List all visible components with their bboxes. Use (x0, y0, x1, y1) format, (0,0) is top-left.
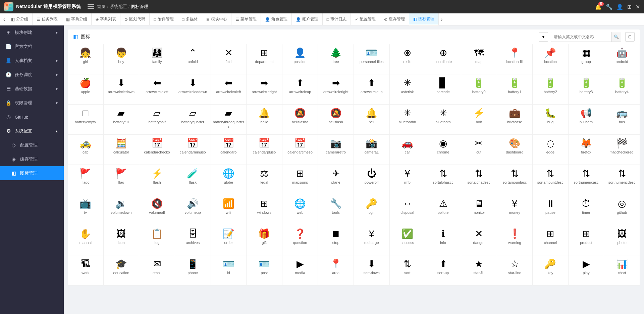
tab-area[interactable]: ⊙区划代码 (120, 13, 150, 25)
icon-cell-rmb[interactable]: ¥rmb (390, 165, 426, 195)
icon-cell-boy[interactable]: 👦boy (104, 44, 140, 74)
icon-cell-arrowcircleup[interactable]: ⬆arrowcircleup (354, 74, 390, 105)
hamburger-icon[interactable] (88, 4, 94, 9)
icon-cell-legal[interactable]: ⚖legal (247, 165, 282, 195)
tab-config[interactable]: ✓配置管理 (351, 13, 380, 25)
icon-cell-department[interactable]: ⊞department (247, 44, 282, 74)
icon-cell-family[interactable]: 👨‍👩‍👧family (139, 44, 175, 74)
icon-cell-key[interactable]: 🔑key (533, 255, 569, 286)
sidebar-item-perms[interactable]: 🔒权限管理 ▼ (0, 96, 64, 110)
tab-attachment[interactable]: □附件管理 (150, 13, 178, 25)
icon-cell-plane[interactable]: ✈plane (318, 165, 354, 195)
icon-cell-flask[interactable]: 🧪flask (175, 165, 211, 195)
icon-cell-calendartimeso[interactable]: 📅calendartimeso (282, 135, 318, 165)
icon-cell-post[interactable]: 🪪post (247, 255, 282, 286)
icon-cell-web[interactable]: 🌐web (282, 195, 318, 225)
icon-cell-manual[interactable]: ✋manual (68, 225, 104, 255)
icon-cell-sort[interactable]: ⇅sort (390, 255, 426, 286)
icon-cell-location[interactable]: 📌location (533, 44, 569, 74)
icon-cell-personnel-files[interactable]: 🪪personnel-files (354, 44, 390, 74)
icon-cell-question[interactable]: ❓question (282, 225, 318, 255)
icon-cell-dashboard[interactable]: 🎨dashboard (497, 135, 533, 165)
icon-cell-sort-up[interactable]: ⬆sort-up (425, 255, 461, 286)
icon-cell-windows[interactable]: ⊞windows (247, 195, 282, 225)
icon-cell-map[interactable]: 🗺map (461, 44, 497, 74)
icon-cell-position[interactable]: 👤position (282, 44, 318, 74)
icon-cell-photo[interactable]: 🖼photo (604, 225, 640, 255)
icon-cell-sortalphadesc[interactable]: ⇅sortalphadesc (461, 165, 497, 195)
icon-cell-calendarpluso[interactable]: 📅calendarpluso (247, 135, 282, 165)
icon-cell-battery4[interactable]: 🔋battery4 (604, 74, 640, 105)
icon-cell-chart[interactable]: 📊chart (604, 255, 640, 286)
icon-cell-login[interactable]: 🔑login (354, 195, 390, 225)
icon-cell-battery2[interactable]: 🔋battery2 (533, 74, 569, 105)
icon-cell-info[interactable]: ℹinfo (425, 225, 461, 255)
sidebar-item-sysconfg[interactable]: ⚙系统配置 ▲ (0, 124, 64, 138)
icon-cell-danger[interactable]: ✕danger (461, 225, 497, 255)
tab-dictgroup[interactable]: ▦字典分组 (62, 13, 92, 25)
icon-cell-sortnumericasc[interactable]: ⇅sortnumericasc (569, 165, 604, 195)
icon-cell-arrowcircleleft[interactable]: ⬅arrowcircleleft (139, 74, 175, 105)
icon-cell-flash[interactable]: ⚡flash (139, 165, 175, 195)
icon-cell-firefox[interactable]: 🦊firefox (569, 135, 604, 165)
icon-cell-area[interactable]: 📍area (318, 255, 354, 286)
icon-cell-mapsigns[interactable]: ⊞mapsigns (282, 165, 318, 195)
icon-cell-flagcheckered[interactable]: 🏁flagcheckered (604, 135, 640, 165)
icon-cell-email[interactable]: ✉email (139, 255, 175, 286)
icon-cell-sort-down[interactable]: ⬇sort-down (354, 255, 390, 286)
icon-cell-arrowcircleright[interactable]: ➡arrowcircleright (318, 74, 354, 105)
icon-cell-edge[interactable]: ◌edge (533, 135, 569, 165)
tab-icons[interactable]: ◧图标管理 (409, 13, 439, 25)
icon-cell-order[interactable]: 📝order (211, 225, 247, 255)
icon-cell-bello[interactable]: 🔔bello (247, 105, 282, 135)
icon-cell-barcode[interactable]: ▊barcode (425, 74, 461, 105)
icon-cell-id[interactable]: 🪪id (211, 255, 247, 286)
icon-cell-car[interactable]: 🚗car (390, 135, 426, 165)
icon-cell-cameraretro[interactable]: 📷cameraretro (318, 135, 354, 165)
icon-cell-volumedown[interactable]: 🔉volumedown (104, 195, 140, 225)
icon-cell-arrowcircleoleft[interactable]: ⬅arrowcircleoleft (211, 74, 247, 105)
close-icon[interactable]: ✕ (636, 4, 640, 10)
icon-cell-asterisk[interactable]: ✳asterisk (390, 74, 426, 105)
icon-cell-warning[interactable]: ❗warning (497, 225, 533, 255)
icon-cell-bus[interactable]: 🚌bus (604, 105, 640, 135)
icon-cell-money[interactable]: ¥money (497, 195, 533, 225)
icon-cell-battery1[interactable]: 🔋battery1 (497, 74, 533, 105)
sidebar-item-hr[interactable]: 👤人事档案 ▼ (0, 54, 64, 68)
icon-cell-batteryhalf[interactable]: ▱batteryhalf (139, 105, 175, 135)
icon-cell-tools[interactable]: 🔧tools (318, 195, 354, 225)
tab-next-btn[interactable]: › (439, 16, 444, 22)
icon-cell-bluetoothb[interactable]: ✳bluetoothb (390, 105, 426, 135)
icon-cell-github[interactable]: ◎github (604, 195, 640, 225)
sidebar-item-configmgr[interactable]: ◇配置管理 (0, 138, 64, 152)
icon-cell-calculator[interactable]: 🧮calculator (104, 135, 140, 165)
icon-cell-pollute[interactable]: ⚠pollute (425, 195, 461, 225)
sidebar-item-iconmgr[interactable]: ◧图标管理 (0, 166, 64, 180)
icon-cell-cut[interactable]: ✂cut (461, 135, 497, 165)
icon-cell-battery3[interactable]: 🔋battery3 (569, 74, 604, 105)
search-input[interactable] (551, 33, 611, 41)
tab-role[interactable]: 👤角色管理 (261, 13, 292, 25)
icon-cell-calendaro[interactable]: 📅calendaro (211, 135, 247, 165)
icon-cell-girl[interactable]: 👧girl (68, 44, 104, 74)
icon-cell-bell[interactable]: 🔔bell (354, 105, 390, 135)
tab-media[interactable]: □多媒体 (178, 13, 202, 25)
tab-tasklist[interactable]: ☰任务列表 (33, 13, 62, 25)
icon-cell-gift[interactable]: 🎁gift (247, 225, 282, 255)
icon-cell-flago[interactable]: 🚩flago (68, 165, 104, 195)
icon-cell-coordinate[interactable]: ⊕coordinate (425, 44, 461, 74)
sidebar-item-cachemgr[interactable]: ◈缓存管理 (0, 152, 64, 166)
icon-cell-sortamountasc[interactable]: ⇅sortamountasc (497, 165, 533, 195)
icon-cell-arrowcircleodown[interactable]: ⬇arrowcircleodown (175, 74, 211, 105)
tab-audit[interactable]: □审计日志 (323, 13, 351, 25)
icon-cell-tree[interactable]: 🌲tree (318, 44, 354, 74)
icon-cell-star-line[interactable]: ☆star-line (497, 255, 533, 286)
fullscreen-icon[interactable]: ⊞ (627, 4, 632, 10)
icon-cell-archives[interactable]: 🗄archives (175, 225, 211, 255)
icon-cell-volumeoff[interactable]: 🔇volumeoff (139, 195, 175, 225)
icon-cell-android[interactable]: 🤖android (604, 44, 640, 74)
icon-cell-fold[interactable]: ✕fold (211, 44, 247, 74)
breadcrumb-home[interactable]: 首页 (97, 4, 106, 10)
icon-cell-bolt[interactable]: ⚡bolt (461, 105, 497, 135)
icon-cell-flag[interactable]: 🚩flag (104, 165, 140, 195)
